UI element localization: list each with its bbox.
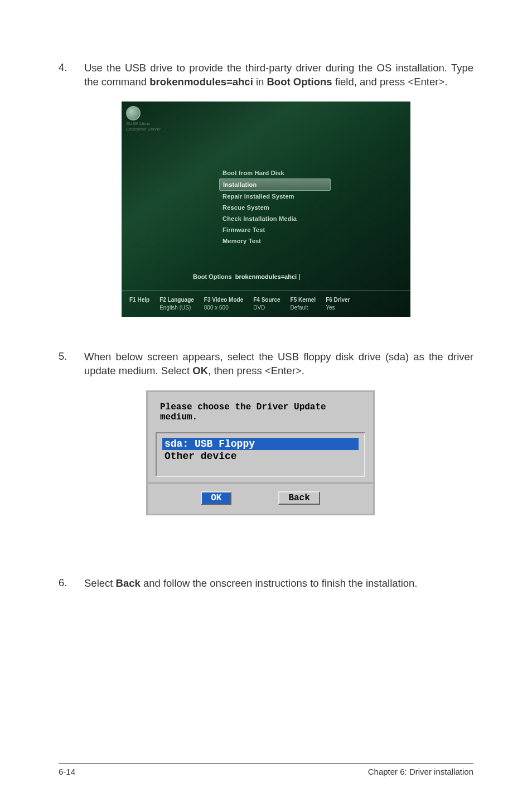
step-number: 6. (59, 577, 84, 591)
boot-menu-item-firmware[interactable]: Firmware Test (219, 224, 331, 235)
boot-menu-item-checkmedia[interactable]: Check Installation Media (219, 213, 331, 224)
boot-menu-item-installation[interactable]: Installation (219, 178, 331, 191)
ok-button[interactable]: OK (201, 491, 231, 505)
list-item-sda[interactable]: sda: USB Floppy (162, 438, 359, 450)
suse-logo-area: SUSE Linux Enterprise Server (126, 106, 161, 132)
boot-options-label: Boot Options (193, 273, 232, 280)
step-number: 5. (59, 350, 84, 378)
step-4-text: Use the USB drive to provide the third-p… (84, 61, 473, 89)
driver-update-dialog: Please choose the Driver Update medium. … (146, 390, 375, 515)
fkey-source[interactable]: F4 SourceDVD (253, 297, 280, 311)
step-6-text: Select Back and follow the onscreen inst… (84, 577, 418, 591)
fkey-kernel[interactable]: F5 KernelDefault (291, 297, 316, 311)
boot-menu: Boot from Hard Disk Installation Repair … (219, 167, 331, 247)
boot-menu-item-repair[interactable]: Repair Installed System (219, 191, 331, 202)
suse-gecko-icon (126, 106, 141, 120)
suse-brand-line1: SUSE Linux (126, 122, 161, 126)
fkey-driver[interactable]: F6 DriverYes (326, 297, 350, 311)
fkey-videomode[interactable]: F3 Video Mode800 x 600 (204, 297, 243, 311)
boot-options-line: Boot Options brokenmodules=ahci (193, 273, 297, 280)
suse-boot-screen: SUSE Linux Enterprise Server Boot from H… (122, 102, 410, 317)
step-number: 4. (59, 61, 84, 89)
dialog-title: Please choose the Driver Update medium. (148, 392, 373, 430)
fkey-language[interactable]: F2 LanguageEnglish (US) (159, 297, 194, 311)
step-5-text: When below screen appears, select the US… (84, 350, 473, 378)
step-5: 5. When below screen appears, select the… (59, 350, 473, 378)
boot-options-input[interactable]: brokenmodules=ahci (235, 273, 297, 280)
boot-menu-item-harddisk[interactable]: Boot from Hard Disk (219, 167, 331, 178)
back-button[interactable]: Back (278, 491, 320, 505)
dialog-button-row: OK Back (148, 482, 373, 514)
boot-menu-item-memory[interactable]: Memory Test (219, 235, 331, 247)
footer-chapter-title: Chapter 6: Driver installation (368, 767, 473, 776)
step-6: 6. Select Back and follow the onscreen i… (59, 577, 473, 591)
list-item-other[interactable]: Other device (162, 450, 359, 462)
suse-brand-line2: Enterprise Server (126, 127, 161, 132)
fkey-help[interactable]: F1 Help (129, 297, 149, 311)
boot-menu-item-rescue[interactable]: Rescue System (219, 202, 331, 213)
boot-divider (122, 290, 410, 291)
footer-page-number: 6-14 (59, 767, 75, 776)
dialog-list: sda: USB Floppy Other device (156, 432, 365, 477)
page-footer: 6-14 Chapter 6: Driver installation (59, 763, 473, 776)
boot-fkey-bar: F1 Help F2 LanguageEnglish (US) F3 Video… (129, 297, 403, 311)
step-4: 4. Use the USB drive to provide the thir… (59, 61, 473, 89)
